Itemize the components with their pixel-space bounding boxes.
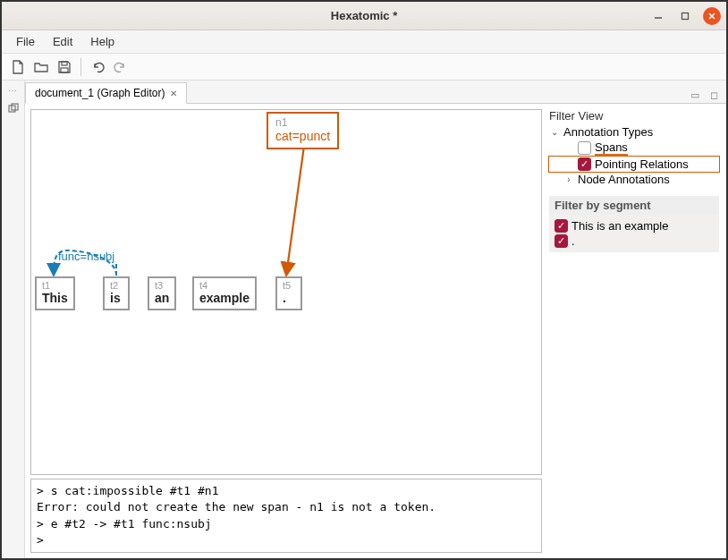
menubar: File Edit Help	[2, 30, 726, 54]
token-word: an	[155, 291, 169, 305]
edge-label: func=nsubj	[58, 250, 114, 263]
token-word: is	[110, 291, 123, 305]
checkbox-segment-1[interactable]: ✓	[554, 219, 568, 233]
tab-close-icon[interactable]: ✕	[170, 89, 177, 98]
menu-help[interactable]: Help	[83, 32, 122, 51]
svg-line-8	[286, 146, 304, 276]
tree-node-annotations[interactable]: › Node Annotations	[549, 172, 719, 187]
svg-rect-4	[62, 62, 67, 65]
tabbar: document_1 (Graph Editor) ✕ ▭ ◻	[25, 81, 726, 104]
console[interactable]: > s cat:impossible #t1 #n1 Error: could …	[30, 479, 542, 553]
restore-view-icon[interactable]	[6, 101, 21, 115]
graph-canvas[interactable]: func=nsubj n1 cat=punct t1 This t2 is	[30, 109, 542, 475]
chevron-right-icon: ›	[563, 174, 574, 184]
redo-button[interactable]	[110, 56, 131, 78]
filter-heading: Filter View	[549, 109, 719, 123]
token-word: This	[42, 291, 68, 305]
segment-label: .	[571, 234, 575, 248]
window-title: Hexatomic *	[331, 9, 397, 22]
open-folder-button[interactable]	[30, 56, 52, 78]
tree-label: Node Annotations	[578, 173, 670, 186]
segment-label: This is an example	[571, 219, 668, 233]
segment-item[interactable]: ✓ .	[554, 233, 714, 249]
graph-column: func=nsubj n1 cat=punct t1 This t2 is	[25, 104, 547, 558]
svg-rect-5	[61, 68, 68, 72]
left-gutter: ⋯	[2, 81, 25, 558]
tree-label: Pointing Relations	[595, 157, 689, 171]
token-t3[interactable]: t3 an	[148, 276, 176, 310]
filter-panel: Filter View ⌄ Annotation Types Spans ✓ P…	[547, 104, 726, 558]
console-line: > s cat:impossible #t1 #n1	[37, 483, 536, 499]
save-button[interactable]	[54, 56, 75, 78]
tree-spans[interactable]: Spans	[549, 140, 719, 157]
menu-file[interactable]: File	[9, 32, 42, 51]
tabbar-controls: ▭ ◻	[688, 88, 726, 103]
menu-edit[interactable]: Edit	[46, 32, 80, 51]
chevron-down-icon: ⌄	[549, 127, 560, 137]
maximize-view-icon[interactable]: ◻	[707, 88, 721, 103]
segment-list: ✓ This is an example ✓ .	[549, 215, 719, 252]
svg-rect-1	[682, 13, 689, 19]
token-t2[interactable]: t2 is	[103, 276, 130, 310]
token-word: example	[199, 291, 250, 305]
token-id: t3	[155, 280, 169, 291]
token-word: .	[283, 291, 295, 305]
minimize-view-icon[interactable]: ▭	[688, 88, 702, 103]
minimize-button[interactable]	[649, 7, 667, 25]
tab-label: document_1 (Graph Editor)	[35, 87, 165, 99]
close-button[interactable]	[703, 7, 721, 25]
checkbox-spans[interactable]	[578, 141, 591, 155]
toolbar	[2, 54, 726, 81]
console-prompt: >	[37, 532, 536, 548]
token-t5[interactable]: t5 .	[275, 276, 302, 310]
window-controls	[649, 7, 721, 25]
token-id: t5	[283, 280, 295, 291]
node-annotation: cat=punct	[275, 129, 330, 143]
editor-panel: document_1 (Graph Editor) ✕ ▭ ◻	[25, 81, 726, 558]
node-id: n1	[275, 116, 330, 129]
main-area: ⋯ document_1 (Graph Editor) ✕ ▭ ◻	[2, 81, 726, 558]
tree-label: Annotation Types	[563, 125, 653, 139]
tree-label: Spans	[595, 140, 628, 156]
new-file-button[interactable]	[7, 56, 29, 78]
token-t4[interactable]: t4 example	[192, 276, 257, 310]
segment-item[interactable]: ✓ This is an example	[554, 218, 714, 233]
checkbox-pointing-relations[interactable]: ✓	[578, 157, 591, 171]
token-id: t2	[110, 280, 123, 291]
token-id: t4	[199, 280, 250, 291]
graph-node[interactable]: n1 cat=punct	[267, 112, 339, 149]
console-line: > e #t2 -> #t1 func:nsubj	[37, 516, 536, 532]
filter-by-segment-heading: Filter by segment	[549, 196, 719, 215]
editor-content: func=nsubj n1 cat=punct t1 This t2 is	[25, 104, 726, 558]
undo-button[interactable]	[87, 56, 108, 78]
maximize-button[interactable]	[676, 7, 694, 25]
console-line: Error: could not create the new span - n…	[37, 499, 536, 515]
titlebar: Hexatomic *	[2, 2, 726, 30]
toolbar-separator	[80, 58, 81, 76]
token-id: t1	[42, 280, 68, 291]
editor-tab[interactable]: document_1 (Graph Editor) ✕	[25, 82, 187, 104]
gutter-dots-icon: ⋯	[8, 86, 18, 96]
tree-annotation-types[interactable]: ⌄ Annotation Types	[549, 124, 719, 140]
checkbox-segment-2[interactable]: ✓	[554, 234, 568, 248]
token-t1[interactable]: t1 This	[35, 276, 75, 310]
tree-pointing-relations[interactable]: ✓ Pointing Relations	[549, 157, 719, 172]
